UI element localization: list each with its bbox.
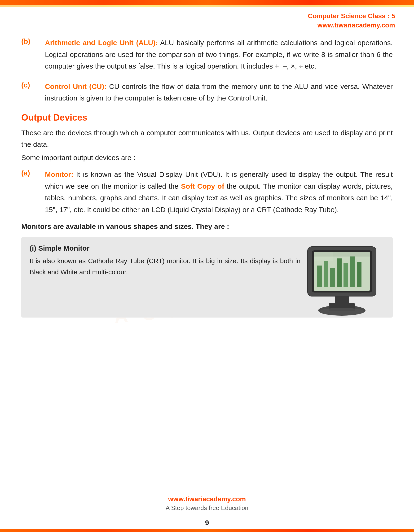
section-c-label: (c) — [21, 81, 45, 89]
svg-rect-5 — [330, 268, 335, 287]
bottom-gradient-bar — [0, 529, 414, 532]
footer-website: www.tiwariacademy.com — [0, 495, 414, 503]
section-b: (b) Arithmetic and Logic Unit (ALU): ALU… — [21, 37, 393, 72]
svg-rect-4 — [324, 261, 328, 287]
header-website: www.tiwariacademy.com — [308, 20, 395, 30]
section-c-content: Control Unit (CU): CU controls the flow … — [45, 81, 393, 104]
output-intro-line2: Some important output devices are : — [21, 152, 393, 164]
simple-monitor-desc: It is also known as Cathode Ray Tube (CR… — [29, 256, 300, 277]
monitor-term: Monitor: — [45, 171, 73, 178]
monitor-label: (a) — [21, 169, 45, 177]
top-gradient-bar — [0, 0, 414, 5]
svg-rect-3 — [317, 266, 322, 287]
section-b-label: (b) — [21, 37, 45, 45]
section-c: (c) Control Unit (CU): CU controls the f… — [21, 81, 393, 104]
top-secondary-bar — [0, 5, 414, 7]
cu-term: Control Unit (CU): — [45, 83, 106, 90]
footer-content: www.tiwariacademy.com A Step towards fre… — [0, 488, 414, 516]
svg-rect-6 — [337, 258, 342, 287]
page-number: 9 — [0, 516, 414, 529]
svg-rect-17 — [335, 296, 349, 303]
svg-rect-9 — [357, 262, 361, 287]
svg-rect-8 — [350, 256, 355, 287]
soft-copy-text: Soft Copy of — [181, 182, 224, 190]
simple-monitor-title: (i) Simple Monitor — [29, 244, 300, 252]
class-title: Computer Science Class : 5 — [308, 11, 395, 20]
crt-monitor-image — [305, 244, 385, 310]
alu-term: Arithmetic and Logic Unit (ALU): — [45, 39, 158, 47]
page-header: Computer Science Class : 5 www.tiwariaca… — [0, 7, 414, 32]
simple-monitor-text-area: (i) Simple Monitor It is also known as C… — [29, 244, 305, 277]
simple-monitor-box: (i) Simple Monitor It is also known as C… — [21, 237, 393, 318]
monitor-content: Monitor: It is known as the Visual Displ… — [45, 169, 393, 215]
header-title-block: Computer Science Class : 5 www.tiwariaca… — [308, 11, 395, 30]
main-content: (b) Arithmetic and Logic Unit (ALU): ALU… — [0, 32, 414, 332]
footer-tagline: A Step towards free Education — [0, 504, 414, 512]
svg-rect-21 — [314, 252, 333, 261]
output-intro-line1: These are the devices through which a co… — [21, 127, 393, 150]
crt-monitor-svg — [305, 244, 385, 318]
svg-point-20 — [319, 308, 364, 315]
monitors-heading: Monitors are available in various shapes… — [21, 222, 393, 230]
output-devices-heading: Output Devices — [21, 113, 393, 123]
section-b-content: Arithmetic and Logic Unit (ALU): ALU bas… — [45, 37, 393, 72]
monitor-section: (a) Monitor: It is known as the Visual D… — [21, 169, 393, 215]
page-footer: www.tiwariacademy.com A Step towards fre… — [0, 488, 414, 532]
